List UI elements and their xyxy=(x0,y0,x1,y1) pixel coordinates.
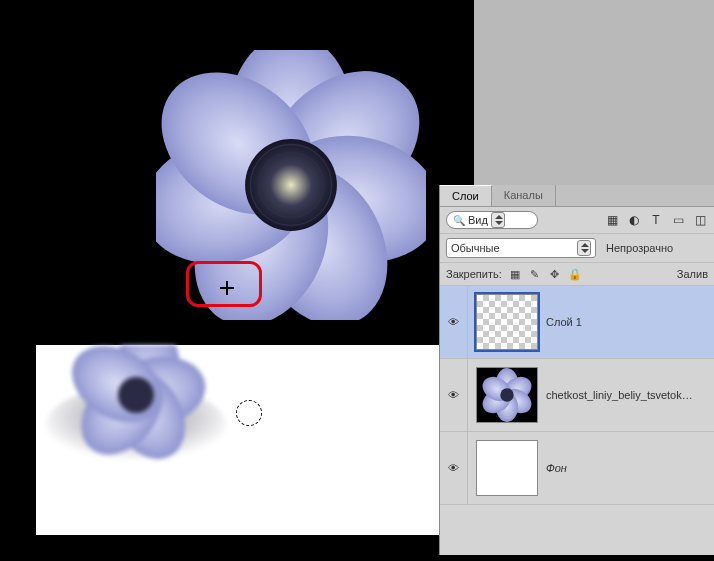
lock-transparency-icon[interactable]: ▦ xyxy=(508,267,522,281)
layer-row-1[interactable]: 👁 Слой 1 xyxy=(440,286,714,359)
brush-outline-icon xyxy=(236,400,262,426)
layer-row-3[interactable]: 👁 Фон xyxy=(440,432,714,505)
panel-filter-row: 🔍 Вид ▦ ◐ T ▭ ◫ xyxy=(440,207,714,234)
panel-tabs: Слои Каналы xyxy=(440,185,714,207)
blend-mode-select[interactable]: Обычные xyxy=(446,238,596,258)
eye-icon: 👁 xyxy=(448,389,459,401)
filter-pixel-icon[interactable]: ▦ xyxy=(604,212,620,228)
opacity-label[interactable]: Непрозрачно xyxy=(606,242,673,254)
svg-point-16 xyxy=(118,377,154,413)
stepper-icon[interactable] xyxy=(491,212,505,228)
eye-icon: 👁 xyxy=(448,316,459,328)
blend-opacity-row: Обычные Непрозрачно xyxy=(440,234,714,263)
visibility-toggle[interactable]: 👁 xyxy=(440,432,468,504)
layer-thumbnail[interactable] xyxy=(476,440,538,496)
svg-point-24 xyxy=(500,388,513,401)
filter-label: Вид xyxy=(468,214,488,226)
lock-row: Закрепить: ▦ ✎ ✥ 🔒 Залив xyxy=(440,263,714,286)
filter-type-icon[interactable]: T xyxy=(648,212,664,228)
layers-panel: Слои Каналы 🔍 Вид ▦ ◐ T ▭ ◫ Обычные Непр… xyxy=(439,185,714,555)
blend-mode-value: Обычные xyxy=(451,242,500,254)
crosshair-cursor-icon xyxy=(220,281,234,295)
canvas-area[interactable]: Слои Каналы 🔍 Вид ▦ ◐ T ▭ ◫ Обычные Непр… xyxy=(0,0,714,561)
layer-name[interactable]: Слой 1 xyxy=(546,316,582,328)
layer-list: 👁 Слой 1 👁 xyxy=(440,286,714,555)
layer-thumbnail[interactable] xyxy=(476,367,538,423)
filter-smartobject-icon[interactable]: ◫ xyxy=(692,212,708,228)
visibility-toggle[interactable]: 👁 xyxy=(440,359,468,431)
tab-channels[interactable]: Каналы xyxy=(492,185,556,206)
lock-all-icon[interactable]: 🔒 xyxy=(568,267,582,281)
layer-filter-select[interactable]: 🔍 Вид xyxy=(446,211,538,229)
visibility-toggle[interactable]: 👁 xyxy=(440,286,468,358)
layer-thumbnail[interactable] xyxy=(476,294,538,350)
flower-image-bottom xyxy=(36,345,236,485)
search-icon: 🔍 xyxy=(453,215,465,226)
canvas-white-background xyxy=(36,345,456,535)
lock-pixels-icon[interactable]: ✎ xyxy=(528,267,542,281)
layer-row-2[interactable]: 👁 xyxy=(440,359,714,432)
filter-adjustment-icon[interactable]: ◐ xyxy=(626,212,642,228)
filter-shape-icon[interactable]: ▭ xyxy=(670,212,686,228)
fill-label[interactable]: Залив xyxy=(677,268,708,280)
lock-position-icon[interactable]: ✥ xyxy=(548,267,562,281)
canvas-pasteboard xyxy=(474,0,714,185)
tab-layers[interactable]: Слои xyxy=(440,185,492,206)
eye-icon: 👁 xyxy=(448,462,459,474)
lock-label: Закрепить: xyxy=(446,268,502,280)
layer-name[interactable]: chetkost_liniy_beliy_tsvetok_na xyxy=(546,389,696,401)
stepper-icon[interactable] xyxy=(577,240,591,256)
layer-name[interactable]: Фон xyxy=(546,462,567,474)
